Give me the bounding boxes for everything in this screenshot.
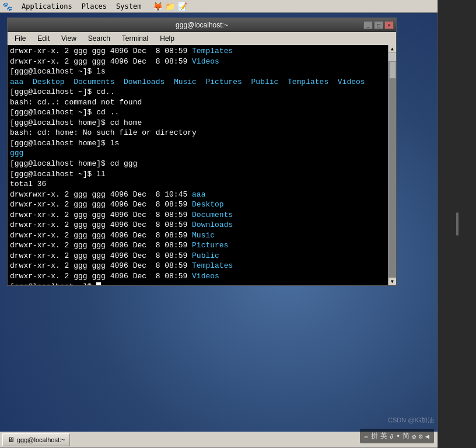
ime-flower-icon: ✿ <box>412 432 416 440</box>
terminal-line: drwxr-xr-x. 2 ggg ggg 4096 Dec 8 08:59 D… <box>10 210 386 220</box>
terminal-title: ggg@localhost:~ <box>176 21 228 29</box>
maximize-button[interactable]: □ <box>374 21 383 29</box>
menu-help[interactable]: Help <box>158 33 177 44</box>
ime-dot-icon: • <box>396 432 400 440</box>
terminal-line: drwxr-xr-x. 2 ggg ggg 4096 Dec 8 08:59 V… <box>10 271 386 282</box>
terminal-line: [ggg@localhost home]$ cd ggg <box>10 159 386 169</box>
terminal-line: drwxr-xr-x. 2 ggg ggg 4096 Dec 8 08:59 T… <box>10 261 386 271</box>
terminal-line: drwxr-xr-x. 2 ggg ggg 4096 Dec 8 08:59 D… <box>10 220 386 230</box>
menu-places[interactable]: Places <box>79 1 109 12</box>
watermark: CSDN @IG加油 <box>388 416 434 425</box>
terminal-line: drwxr-xr-x. 2 ggg ggg 4096 Dec 8 08:59 M… <box>10 230 386 241</box>
terminal-line: [ggg@localhost ~]$ ll <box>10 169 386 180</box>
minimize-button[interactable]: _ <box>363 21 373 29</box>
ime-pencil-icon: ✏ <box>365 432 369 440</box>
terminal-line: bash: cd: home: No such file or director… <box>10 128 386 138</box>
terminal-scrollbar[interactable]: ▲ ▼ <box>388 45 396 285</box>
top-bar-menu: Applications Places System <box>15 1 148 12</box>
ime-simplified-label[interactable]: 简 <box>402 431 410 441</box>
taskbar-item-label: ggg@localhost:~ <box>17 436 65 443</box>
terminal-window[interactable]: ggg@localhost:~ _ □ ✕ File Edit View Sea… <box>7 18 397 286</box>
terminal-line: [ggg@localhost ~]$ <box>10 282 386 285</box>
terminal-titlebar: ggg@localhost:~ _ □ ✕ <box>8 18 396 32</box>
terminal-line: drwxr-xr-x. 2 ggg ggg 4096 Dec 8 08:59 V… <box>10 57 386 67</box>
ime-settings-icon[interactable]: ⚙ <box>419 432 423 440</box>
menu-terminal[interactable]: Terminal <box>120 33 150 44</box>
menu-system[interactable]: System <box>114 1 144 12</box>
ime-wave-icon: ∂ <box>390 432 394 440</box>
right-panel <box>438 0 476 448</box>
ime-english-label[interactable]: 英 <box>380 431 387 441</box>
menu-edit[interactable]: Edit <box>35 33 52 44</box>
terminal-controls: _ □ ✕ <box>363 21 394 29</box>
terminal-line: ggg <box>10 148 386 159</box>
ime-pinyin-label[interactable]: 拼 <box>371 431 378 441</box>
scrollbar-thumb[interactable] <box>389 61 396 79</box>
close-button[interactable]: ✕ <box>384 21 394 29</box>
ime-arrow-icon[interactable]: ◀ <box>425 432 429 440</box>
terminal-line: drwxr-xr-x. 2 ggg ggg 4096 Dec 8 08:59 P… <box>10 251 386 261</box>
terminal-cursor <box>96 282 101 285</box>
menu-view[interactable]: View <box>59 33 79 44</box>
menu-file[interactable]: File <box>12 33 28 44</box>
terminal-line: aaa Desktop Documents Downloads Music Pi… <box>10 77 386 88</box>
terminal-menu-bar: File Edit View Search Terminal Help <box>8 32 396 45</box>
terminal-line: total 36 <box>10 179 386 190</box>
terminal-line: [ggg@localhost ~]$ cd.. <box>10 87 386 97</box>
menu-applications[interactable]: Applications <box>19 1 75 12</box>
scrollbar-track <box>388 61 396 285</box>
terminal-line: bash: cd..: command not found <box>10 97 386 108</box>
desktop: 🐾 Applications Places System 🦊 📁 📝 ggg@l… <box>0 0 476 448</box>
top-bar: 🐾 Applications Places System 🦊 📁 📝 <box>0 0 438 13</box>
scrollbar-down-button[interactable]: ▼ <box>388 277 396 285</box>
terminal-line: drwxr-xr-x. 2 ggg ggg 4096 Dec 8 08:59 D… <box>10 200 386 210</box>
top-bar-app-icon: 🐾 <box>0 2 15 11</box>
terminal-line: drwxr-xr-x. 2 ggg ggg 4096 Dec 8 08:59 P… <box>10 240 386 251</box>
menu-search[interactable]: Search <box>86 33 113 44</box>
terminal-line: drwxr-xr-x. 2 ggg ggg 4096 Dec 8 08:59 T… <box>10 46 386 57</box>
terminal-body: drwxr-xr-x. 2 ggg ggg 4096 Dec 8 08:59 T… <box>8 45 396 285</box>
terminal-line: [ggg@localhost home]$ ls <box>10 138 386 149</box>
terminal-content[interactable]: drwxr-xr-x. 2 ggg ggg 4096 Dec 8 08:59 T… <box>8 45 388 285</box>
terminal-line: [ggg@localhost ~]$ cd .. <box>10 107 386 118</box>
scrollbar-up-button[interactable]: ▲ <box>388 45 396 53</box>
terminal-line: drwxrwxr-x. 2 ggg ggg 4096 Dec 8 10:45 a… <box>10 190 386 200</box>
terminal-line: [ggg@localhost home]$ cd home <box>10 118 386 128</box>
taskbar-terminal-item[interactable]: 🖥 ggg@localhost:~ <box>2 433 70 446</box>
ime-bar[interactable]: ✏ 拼 英 ∂ • 简 ✿ ⚙ ◀ <box>360 429 434 443</box>
terminal-line: [ggg@localhost ~]$ ls <box>10 66 386 77</box>
